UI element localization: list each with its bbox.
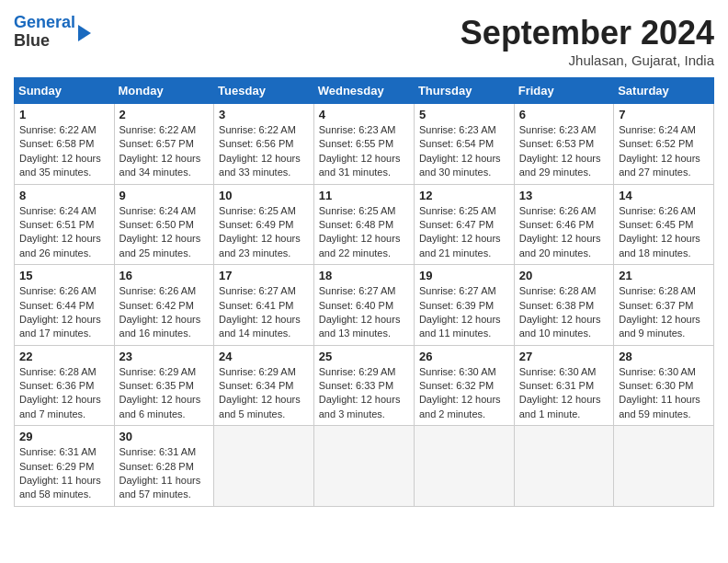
day-number: 5 — [419, 108, 509, 121]
day-info: Sunrise: 6:23 AM Sunset: 6:55 PM Dayligh… — [319, 123, 409, 180]
calendar-day-cell: 3Sunrise: 6:22 AM Sunset: 6:56 PM Daylig… — [214, 104, 314, 185]
day-info: Sunrise: 6:24 AM Sunset: 6:52 PM Dayligh… — [619, 123, 709, 180]
calendar-day-cell: 1Sunrise: 6:22 AM Sunset: 6:58 PM Daylig… — [15, 104, 115, 185]
logo: GeneralBlue — [14, 14, 91, 51]
day-info: Sunrise: 6:29 AM Sunset: 6:34 PM Dayligh… — [219, 365, 309, 422]
calendar-day-cell: 8Sunrise: 6:24 AM Sunset: 6:51 PM Daylig… — [15, 184, 115, 265]
weekday-header: Friday — [514, 78, 613, 104]
day-info: Sunrise: 6:26 AM Sunset: 6:42 PM Dayligh… — [119, 284, 210, 341]
title-block: September 2024 Jhulasan, Gujarat, India — [461, 14, 714, 68]
day-info: Sunrise: 6:22 AM Sunset: 6:56 PM Dayligh… — [219, 123, 309, 180]
empty-cell — [614, 426, 714, 507]
day-info: Sunrise: 6:23 AM Sunset: 6:53 PM Dayligh… — [519, 123, 609, 180]
day-info: Sunrise: 6:31 AM Sunset: 6:28 PM Dayligh… — [119, 445, 210, 502]
empty-cell — [313, 426, 414, 507]
calendar-day-cell: 5Sunrise: 6:23 AM Sunset: 6:54 PM Daylig… — [414, 104, 514, 185]
day-number: 30 — [119, 430, 210, 443]
calendar-day-cell: 22Sunrise: 6:28 AM Sunset: 6:36 PM Dayli… — [15, 345, 115, 426]
day-number: 16 — [119, 269, 210, 282]
day-number: 20 — [519, 269, 609, 282]
day-info: Sunrise: 6:22 AM Sunset: 6:58 PM Dayligh… — [19, 123, 109, 180]
day-number: 25 — [319, 350, 409, 363]
calendar-day-cell: 27Sunrise: 6:30 AM Sunset: 6:31 PM Dayli… — [514, 345, 613, 426]
calendar-day-cell: 13Sunrise: 6:26 AM Sunset: 6:46 PM Dayli… — [514, 184, 613, 265]
calendar-day-cell: 21Sunrise: 6:28 AM Sunset: 6:37 PM Dayli… — [614, 265, 714, 346]
day-info: Sunrise: 6:30 AM Sunset: 6:30 PM Dayligh… — [619, 365, 709, 422]
day-info: Sunrise: 6:29 AM Sunset: 6:33 PM Dayligh… — [319, 365, 409, 422]
day-info: Sunrise: 6:29 AM Sunset: 6:35 PM Dayligh… — [119, 365, 210, 422]
location: Jhulasan, Gujarat, India — [461, 52, 714, 68]
day-number: 18 — [319, 269, 409, 282]
day-info: Sunrise: 6:28 AM Sunset: 6:38 PM Dayligh… — [519, 284, 609, 341]
day-number: 11 — [319, 189, 409, 202]
weekday-header: Thursday — [414, 78, 514, 104]
weekday-header: Sunday — [15, 78, 115, 104]
day-info: Sunrise: 6:24 AM Sunset: 6:51 PM Dayligh… — [19, 204, 109, 261]
day-number: 8 — [19, 189, 109, 202]
day-number: 3 — [219, 108, 309, 121]
month-title: September 2024 — [461, 14, 714, 52]
day-info: Sunrise: 6:23 AM Sunset: 6:54 PM Dayligh… — [419, 123, 509, 180]
calendar-day-cell: 20Sunrise: 6:28 AM Sunset: 6:38 PM Dayli… — [514, 265, 613, 346]
day-info: Sunrise: 6:25 AM Sunset: 6:48 PM Dayligh… — [319, 204, 409, 261]
calendar-table: SundayMondayTuesdayWednesdayThursdayFrid… — [14, 77, 714, 507]
day-number: 14 — [619, 189, 709, 202]
calendar-day-cell: 18Sunrise: 6:27 AM Sunset: 6:40 PM Dayli… — [313, 265, 414, 346]
calendar-day-cell: 14Sunrise: 6:26 AM Sunset: 6:45 PM Dayli… — [614, 184, 714, 265]
day-info: Sunrise: 6:26 AM Sunset: 6:44 PM Dayligh… — [19, 284, 109, 341]
day-number: 9 — [119, 189, 210, 202]
day-number: 15 — [19, 269, 109, 282]
day-number: 28 — [619, 350, 709, 363]
weekday-header: Monday — [114, 78, 214, 104]
weekday-header: Tuesday — [214, 78, 314, 104]
day-number: 4 — [319, 108, 409, 121]
calendar-day-cell: 4Sunrise: 6:23 AM Sunset: 6:55 PM Daylig… — [313, 104, 414, 185]
empty-cell — [214, 426, 314, 507]
day-info: Sunrise: 6:27 AM Sunset: 6:40 PM Dayligh… — [319, 284, 409, 341]
day-number: 27 — [519, 350, 609, 363]
page-header: GeneralBlue September 2024 Jhulasan, Guj… — [14, 14, 714, 68]
day-info: Sunrise: 6:25 AM Sunset: 6:49 PM Dayligh… — [219, 204, 309, 261]
calendar-day-cell: 2Sunrise: 6:22 AM Sunset: 6:57 PM Daylig… — [114, 104, 214, 185]
day-number: 17 — [219, 269, 309, 282]
day-info: Sunrise: 6:30 AM Sunset: 6:31 PM Dayligh… — [519, 365, 609, 422]
day-number: 13 — [519, 189, 609, 202]
day-info: Sunrise: 6:26 AM Sunset: 6:45 PM Dayligh… — [619, 204, 709, 261]
weekday-header: Saturday — [614, 78, 714, 104]
calendar-day-cell: 17Sunrise: 6:27 AM Sunset: 6:41 PM Dayli… — [214, 265, 314, 346]
day-number: 22 — [19, 350, 109, 363]
calendar-day-cell: 19Sunrise: 6:27 AM Sunset: 6:39 PM Dayli… — [414, 265, 514, 346]
day-info: Sunrise: 6:28 AM Sunset: 6:36 PM Dayligh… — [19, 365, 109, 422]
day-number: 21 — [619, 269, 709, 282]
day-info: Sunrise: 6:27 AM Sunset: 6:41 PM Dayligh… — [219, 284, 309, 341]
weekday-header: Wednesday — [313, 78, 414, 104]
calendar-day-cell: 28Sunrise: 6:30 AM Sunset: 6:30 PM Dayli… — [614, 345, 714, 426]
calendar-day-cell: 15Sunrise: 6:26 AM Sunset: 6:44 PM Dayli… — [15, 265, 115, 346]
calendar-day-cell: 6Sunrise: 6:23 AM Sunset: 6:53 PM Daylig… — [514, 104, 613, 185]
day-info: Sunrise: 6:24 AM Sunset: 6:50 PM Dayligh… — [119, 204, 210, 261]
calendar-day-cell: 12Sunrise: 6:25 AM Sunset: 6:47 PM Dayli… — [414, 184, 514, 265]
day-number: 26 — [419, 350, 509, 363]
calendar-day-cell: 23Sunrise: 6:29 AM Sunset: 6:35 PM Dayli… — [114, 345, 214, 426]
calendar-day-cell: 10Sunrise: 6:25 AM Sunset: 6:49 PM Dayli… — [214, 184, 314, 265]
day-number: 19 — [419, 269, 509, 282]
calendar-day-cell: 7Sunrise: 6:24 AM Sunset: 6:52 PM Daylig… — [614, 104, 714, 185]
calendar-day-cell: 24Sunrise: 6:29 AM Sunset: 6:34 PM Dayli… — [214, 345, 314, 426]
day-info: Sunrise: 6:27 AM Sunset: 6:39 PM Dayligh… — [419, 284, 509, 341]
empty-cell — [514, 426, 613, 507]
day-info: Sunrise: 6:31 AM Sunset: 6:29 PM Dayligh… — [19, 445, 109, 502]
day-info: Sunrise: 6:26 AM Sunset: 6:46 PM Dayligh… — [519, 204, 609, 261]
calendar-day-cell: 30Sunrise: 6:31 AM Sunset: 6:28 PM Dayli… — [114, 426, 214, 507]
empty-cell — [414, 426, 514, 507]
day-info: Sunrise: 6:25 AM Sunset: 6:47 PM Dayligh… — [419, 204, 509, 261]
logo-text: GeneralBlue — [14, 14, 75, 51]
logo-arrow-icon — [78, 25, 91, 41]
day-number: 29 — [19, 430, 109, 443]
day-info: Sunrise: 6:22 AM Sunset: 6:57 PM Dayligh… — [119, 123, 210, 180]
day-number: 2 — [119, 108, 210, 121]
day-info: Sunrise: 6:30 AM Sunset: 6:32 PM Dayligh… — [419, 365, 509, 422]
calendar-day-cell: 29Sunrise: 6:31 AM Sunset: 6:29 PM Dayli… — [15, 426, 115, 507]
day-info: Sunrise: 6:28 AM Sunset: 6:37 PM Dayligh… — [619, 284, 709, 341]
calendar-day-cell: 11Sunrise: 6:25 AM Sunset: 6:48 PM Dayli… — [313, 184, 414, 265]
calendar-day-cell: 16Sunrise: 6:26 AM Sunset: 6:42 PM Dayli… — [114, 265, 214, 346]
